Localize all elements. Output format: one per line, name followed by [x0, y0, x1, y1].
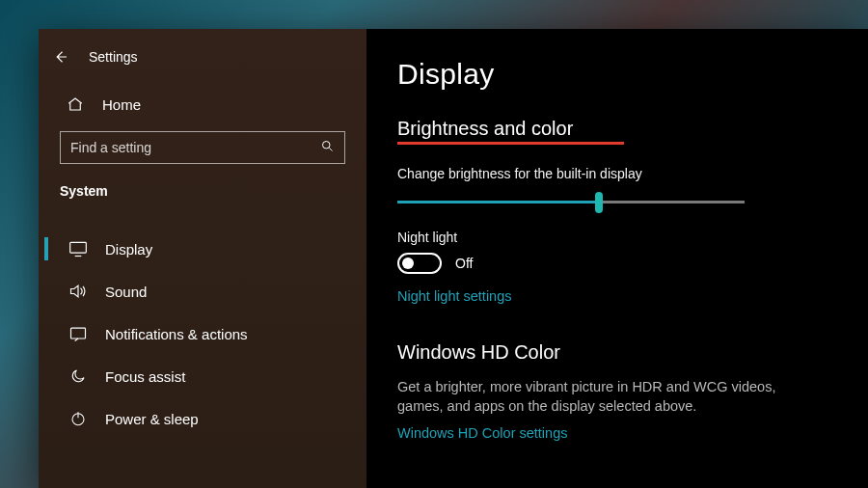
app-title: Settings [89, 49, 138, 65]
toggle-knob [402, 258, 414, 269]
home-label: Home [102, 96, 141, 113]
night-light-label: Night light [397, 230, 837, 245]
moon-icon [68, 366, 88, 386]
night-light-toggle-row: Off [397, 253, 837, 274]
speaker-icon [68, 282, 88, 301]
search-icon [320, 139, 335, 156]
section-heading-hd: Windows HD Color [397, 341, 837, 364]
sidebar-item-label: Notifications & actions [105, 326, 248, 342]
content-area: Display Brightness and color Change brig… [366, 29, 868, 488]
hd-description: Get a brighter, more vibrant picture in … [397, 377, 802, 417]
header-row: Settings [39, 37, 366, 83]
night-light-toggle[interactable] [397, 253, 442, 274]
notification-icon [68, 324, 88, 343]
home-icon [66, 95, 85, 114]
back-arrow-icon[interactable] [52, 48, 69, 66]
page-title: Display [397, 58, 837, 91]
sidebar-item-label: Power & sleep [105, 411, 199, 427]
slider-track-filled [397, 201, 599, 203]
sidebar-item-notifications[interactable]: Notifications & actions [39, 312, 366, 355]
sidebar-item-display[interactable]: Display [39, 228, 366, 270]
sidebar-section-label: System [39, 177, 366, 208]
sidebar-item-sound[interactable]: Sound [39, 270, 366, 312]
home-nav[interactable]: Home [39, 83, 366, 127]
brightness-slider[interactable] [397, 189, 745, 216]
sidebar-item-label: Focus assist [105, 368, 185, 385]
night-light-state: Off [455, 256, 473, 271]
search-field[interactable] [70, 140, 309, 155]
monitor-icon [68, 239, 88, 258]
sidebar-item-label: Display [105, 241, 152, 258]
slider-thumb[interactable] [595, 192, 603, 213]
night-light-settings-link[interactable]: Night light settings [397, 288, 511, 304]
heading-underline [397, 142, 624, 145]
sidebar-item-focus-assist[interactable]: Focus assist [39, 355, 366, 397]
sidebar-item-label: Sound [105, 284, 147, 300]
svg-point-0 [323, 142, 331, 149]
sidebar: Settings Home System [39, 29, 366, 488]
brightness-label: Change brightness for the built-in displ… [397, 166, 837, 181]
svg-rect-2 [71, 328, 86, 339]
sidebar-item-power[interactable]: Power & sleep [39, 397, 366, 440]
slider-track-empty [599, 201, 745, 203]
settings-window: Settings Home System [39, 29, 868, 488]
hd-color-settings-link[interactable]: Windows HD Color settings [397, 425, 567, 441]
section-heading-brightness: Brightness and color [397, 118, 573, 140]
nav-list: Display Sound Notifications & actions [39, 228, 366, 440]
power-icon [68, 409, 88, 428]
svg-rect-1 [70, 242, 87, 253]
search-input[interactable] [60, 131, 345, 164]
